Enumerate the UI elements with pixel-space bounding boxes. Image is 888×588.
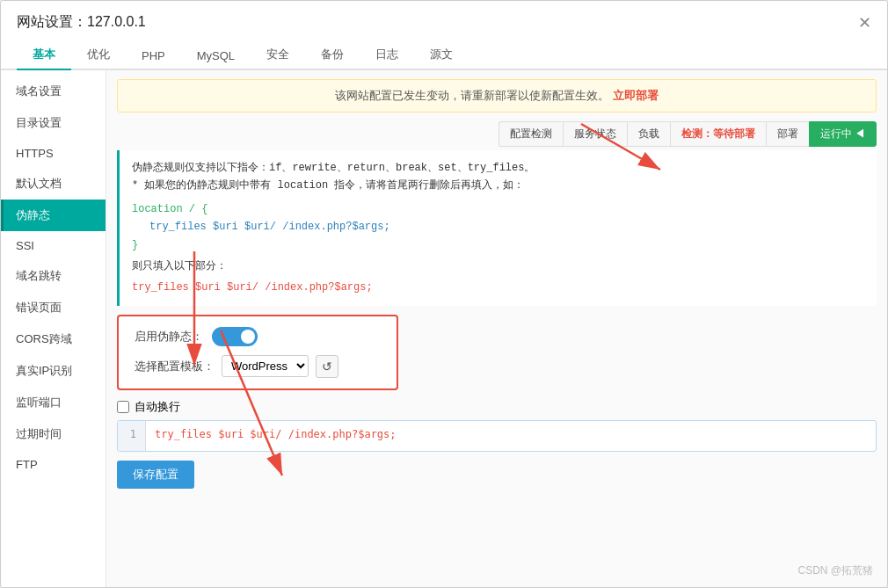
scroll-content: 伪静态规则仅支持以下指令：if、rewrite、return、break、set… xyxy=(106,150,887,587)
editor-line-number: 1 xyxy=(118,421,146,451)
autowrap-row: 自动换行 xyxy=(117,399,877,415)
close-button[interactable]: ✕ xyxy=(858,15,871,31)
sidebar: 域名设置 目录设置 HTTPS 默认文档 伪静态 SSI 域名跳转 错误页面 C… xyxy=(1,70,106,587)
try-files-line2: try_files $uri $uri/ /index.php?$args; xyxy=(132,281,373,294)
sidebar-item-real-ip[interactable]: 真实IP识别 xyxy=(1,355,106,387)
editor-area: 1 try_files $uri $uri/ /index.php?$args; xyxy=(117,420,877,452)
service-status-button[interactable]: 服务状态 xyxy=(563,121,627,147)
sidebar-item-pseudo-static[interactable]: 伪静态 xyxy=(1,200,106,231)
location-block: location / { xyxy=(132,203,207,215)
settings-box: 启用伪静态： 选择配置模板： WordPress ↺ xyxy=(117,315,398,390)
detect-value: 等待部署 xyxy=(713,127,755,140)
sidebar-item-error-page[interactable]: 错误页面 xyxy=(1,292,106,323)
sidebar-item-domain[interactable]: 域名设置 xyxy=(1,76,106,107)
load-button[interactable]: 负载 xyxy=(627,121,670,147)
save-button[interactable]: 保存配置 xyxy=(117,461,194,489)
running-arrow: ◀ xyxy=(855,127,865,140)
enable-toggle[interactable] xyxy=(212,327,258,346)
deploy-button[interactable]: 部署 xyxy=(766,121,809,147)
sidebar-item-ssi[interactable]: SSI xyxy=(1,231,106,260)
tab-php[interactable]: PHP xyxy=(126,43,181,70)
template-label: 选择配置模板： xyxy=(135,359,215,374)
title-bar: 网站设置：127.0.0.1 ✕ xyxy=(1,1,887,40)
running-label: 运行中 xyxy=(820,127,852,140)
autowrap-checkbox[interactable] xyxy=(117,401,129,413)
sidebar-item-https[interactable]: HTTPS xyxy=(1,139,106,168)
main-window: 网站设置：127.0.0.1 ✕ 基本 优化 PHP MySQL 安全 备份 日… xyxy=(0,0,888,588)
window-title: 网站设置：127.0.0.1 xyxy=(17,13,146,32)
enable-label: 启用伪静态： xyxy=(135,329,203,345)
tab-log[interactable]: 日志 xyxy=(360,40,414,70)
refresh-button[interactable]: ↺ xyxy=(316,355,338,378)
sidebar-item-redirect[interactable]: 域名跳转 xyxy=(1,260,106,292)
desc-line2: * 如果您的伪静态规则中带有 location 指令，请将首尾两行删除后再填入，… xyxy=(132,177,864,194)
config-check-button[interactable]: 配置检测 xyxy=(499,121,563,147)
sidebar-item-ftp[interactable]: FTP xyxy=(1,450,106,479)
sidebar-item-directory[interactable]: 目录设置 xyxy=(1,107,106,139)
tab-security[interactable]: 安全 xyxy=(251,40,305,70)
notice-text: 该网站配置已发生变动，请重新部署以使新配置生效。 xyxy=(335,89,609,102)
try-files-line1: try_files $uri $uri/ /index.php?$args; xyxy=(149,221,390,233)
template-row: 选择配置模板： WordPress ↺ xyxy=(135,355,381,378)
watermark: CSDN @拓荒猪 xyxy=(797,563,873,578)
tab-optimize[interactable]: 优化 xyxy=(71,40,126,70)
detect-label: 检测： xyxy=(681,127,713,140)
detect-button[interactable]: 检测：等待部署 xyxy=(670,121,766,147)
enable-row: 启用伪静态： xyxy=(135,327,381,346)
running-button[interactable]: 运行中 ◀ xyxy=(809,121,877,147)
toggle-knob xyxy=(241,330,255,344)
content-area: 该网站配置已发生变动，请重新部署以使新配置生效。 立即部署 配置检测 服务状态 … xyxy=(106,70,887,587)
description-block: 伪静态规则仅支持以下指令：if、rewrite、return、break、set… xyxy=(117,150,877,306)
tab-source[interactable]: 源文 xyxy=(414,40,469,70)
notice-bar: 该网站配置已发生变动，请重新部署以使新配置生效。 立即部署 xyxy=(117,79,877,113)
tabs-bar: 基本 优化 PHP MySQL 安全 备份 日志 源文 xyxy=(1,40,887,70)
sidebar-item-expire[interactable]: 过期时间 xyxy=(1,418,106,450)
tab-backup[interactable]: 备份 xyxy=(305,40,360,70)
main-area: 域名设置 目录设置 HTTPS 默认文档 伪静态 SSI 域名跳转 错误页面 C… xyxy=(1,70,887,587)
closing-brace: } xyxy=(132,239,138,251)
sidebar-item-cors[interactable]: CORS跨域 xyxy=(1,323,106,355)
editor-code[interactable]: try_files $uri $uri/ /index.php?$args; xyxy=(146,421,876,451)
deploy-link[interactable]: 立即部署 xyxy=(613,89,659,102)
tab-basic[interactable]: 基本 xyxy=(17,40,71,70)
tab-mysql[interactable]: MySQL xyxy=(181,43,251,70)
sidebar-item-listen-port[interactable]: 监听端口 xyxy=(1,387,106,418)
toolbar-row: 配置检测 服务状态 负载 检测：等待部署 部署 运行中 ◀ xyxy=(106,118,887,150)
then-fill: 则只填入以下部分： xyxy=(132,258,864,275)
template-select[interactable]: WordPress xyxy=(222,355,309,377)
sidebar-item-default-doc[interactable]: 默认文档 xyxy=(1,168,106,200)
autowrap-label: 自动换行 xyxy=(135,399,180,415)
desc-line1: 伪静态规则仅支持以下指令：if、rewrite、return、break、set… xyxy=(132,159,864,177)
